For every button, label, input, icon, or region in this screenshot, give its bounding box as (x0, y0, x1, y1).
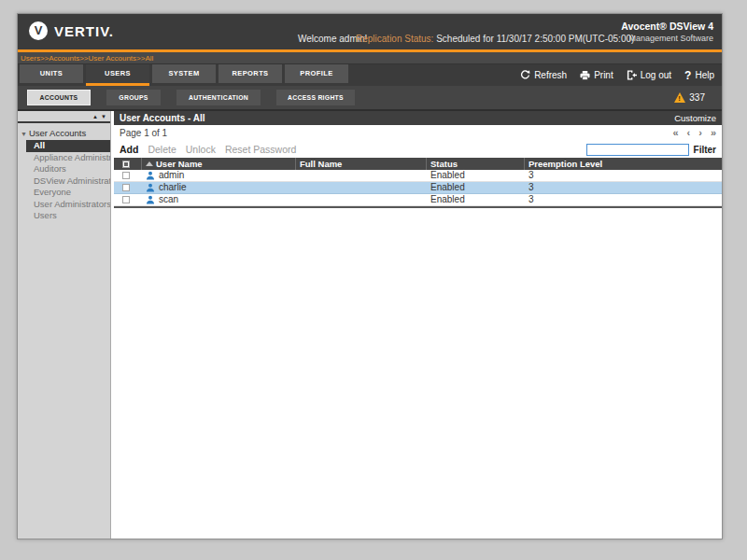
page-title: User Accounts - All (120, 113, 205, 123)
row-checkbox[interactable] (122, 184, 130, 191)
column-status[interactable]: Status (427, 158, 525, 170)
filter-button[interactable]: Filter (694, 145, 716, 155)
last-page-icon[interactable]: » (711, 128, 716, 138)
first-page-icon[interactable]: « (672, 128, 678, 138)
next-page-icon[interactable]: › (698, 128, 702, 138)
status-cell: Enabled (427, 170, 525, 181)
refresh-button[interactable]: Refresh (520, 70, 567, 80)
sidebar-item-auditors[interactable]: Auditors (18, 163, 110, 175)
pager: « ‹ › » (672, 128, 716, 138)
product-identity: Avocent® DSView 4 Management Software (621, 21, 713, 43)
pagination-row: Page 1 of 1 « ‹ › » (114, 125, 722, 141)
product-subtitle: Management Software (621, 34, 713, 43)
customize-link[interactable]: Customize (674, 113, 716, 123)
subtab-authentication[interactable]: AUTHENTICATION (176, 90, 261, 105)
header-action-bar: Refresh Print Log out ? Help (520, 64, 714, 86)
tab-reports[interactable]: REPORTS (218, 64, 282, 83)
column-user-name[interactable]: User Name (142, 158, 296, 170)
warning-icon (674, 92, 685, 103)
vertiv-logo-icon: V (29, 21, 48, 40)
tab-users[interactable]: USERS (86, 64, 149, 86)
tab-units[interactable]: UNITS (20, 64, 83, 83)
prev-page-icon[interactable]: ‹ (687, 128, 691, 138)
product-name: Avocent® DSView 4 (621, 21, 713, 32)
tab-profile[interactable]: PROFILE (285, 64, 348, 83)
full-name-cell (296, 170, 427, 181)
user-name-link[interactable]: scan (159, 194, 178, 205)
user-icon (146, 195, 155, 204)
user-name-link[interactable]: admin (159, 170, 184, 181)
refresh-icon (520, 70, 530, 80)
breadcrumb[interactable]: Users>>Accounts>>User Accounts>>All (18, 52, 722, 64)
app-window: V VERTIV. Welcome admin! Replication Sta… (17, 13, 723, 539)
sub-tab-bar: ACCOUNTS GROUPS AUTHENTICATION ACCESS RI… (18, 86, 722, 111)
column-full-name[interactable]: Full Name (296, 158, 427, 170)
scroll-down-icon[interactable]: ▼ (101, 114, 106, 119)
row-checkbox[interactable] (122, 196, 130, 203)
tree-root-user-accounts[interactable]: ▼User Accounts (18, 127, 110, 140)
user-icon (146, 171, 155, 180)
table-row-admin[interactable]: admin Enabled 3 (114, 170, 722, 182)
filter-input[interactable] (586, 144, 689, 156)
user-name-link[interactable]: charlie (159, 182, 186, 193)
replication-status-label: Replication Status: (356, 34, 433, 44)
collapse-icon[interactable]: ▼ (21, 131, 27, 137)
page-info: Page 1 of 1 (120, 128, 167, 138)
logout-icon (627, 70, 637, 80)
logout-button[interactable]: Log out (627, 70, 671, 80)
status-cell: Enabled (427, 182, 525, 193)
subtab-groups[interactable]: GROUPS (106, 90, 161, 105)
print-icon (580, 71, 590, 80)
subtab-accounts[interactable]: ACCOUNTS (27, 90, 91, 105)
print-button[interactable]: Print (580, 70, 613, 80)
content-area: ▲ ▼ ▼User Accounts All Appliance Adminis… (18, 111, 722, 539)
header-checkbox-cell (114, 158, 142, 170)
full-name-cell (296, 182, 427, 193)
replication-status: Replication Status: Scheduled for 11/30/… (356, 34, 634, 44)
brand-name: VERTIV. (54, 23, 114, 39)
sidebar-item-everyone[interactable]: Everyone (18, 187, 110, 199)
sort-ascending-icon (146, 161, 153, 166)
user-icon (146, 183, 155, 192)
preemption-cell: 3 (525, 182, 722, 193)
main-panel: User Accounts - All Customize Page 1 of … (114, 111, 722, 539)
help-button[interactable]: ? Help (684, 69, 714, 82)
sidebar-item-appliance-administrators[interactable]: Appliance Administrators (18, 152, 110, 164)
replication-status-value: Scheduled for 11/30/17 2:50:00 PM(UTC-05… (436, 34, 634, 44)
table-row-charlie[interactable]: charlie Enabled 3 (114, 182, 722, 194)
add-button[interactable]: Add (120, 144, 138, 155)
status-cell: Enabled (427, 194, 525, 205)
panel-empty-space (114, 208, 722, 539)
sidebar-item-dsview-administrators[interactable]: DSView Administrators (18, 175, 110, 188)
desktop-background: V VERTIV. Welcome admin! Replication Sta… (0, 0, 747, 560)
sidebar-item-users[interactable]: Users (18, 210, 110, 222)
preemption-cell: 3 (525, 194, 722, 205)
vertiv-brand: V VERTIV. (29, 21, 114, 40)
app-header: V VERTIV. Welcome admin! Replication Sta… (18, 14, 722, 49)
scroll-up-icon[interactable]: ▲ (92, 114, 98, 119)
help-icon: ? (684, 69, 691, 82)
table-row-scan[interactable]: scan Enabled 3 (114, 194, 722, 206)
table-toolbar: Add Delete Unlock Reset Password Filter (114, 141, 722, 158)
table-header: User Name Full Name Status Preemption Le… (114, 158, 722, 170)
sidebar-item-all[interactable]: All (26, 140, 110, 152)
delete-button[interactable]: Delete (148, 144, 176, 155)
subtab-access-rights[interactable]: ACCESS RIGHTS (276, 90, 355, 105)
accounts-tree: ▼User Accounts All Appliance Administrat… (18, 123, 110, 222)
alert-count: 337 (689, 92, 705, 103)
select-all-checkbox[interactable] (122, 161, 130, 168)
sidebar-item-user-administrators[interactable]: User Administrators (18, 199, 110, 211)
main-tab-bar: UNITS USERS SYSTEM REPORTS PROFILE Refre… (18, 64, 722, 86)
column-preemption-level[interactable]: Preemption Level (525, 158, 722, 170)
panel-title-bar: User Accounts - All Customize (114, 111, 722, 125)
alert-badge[interactable]: 337 (674, 92, 705, 103)
tab-system[interactable]: SYSTEM (152, 64, 216, 83)
full-name-cell (296, 194, 427, 205)
filter-group: Filter (586, 144, 716, 156)
unlock-button[interactable]: Unlock (186, 144, 216, 155)
reset-password-button[interactable]: Reset Password (225, 144, 296, 155)
sidebar: ▲ ▼ ▼User Accounts All Appliance Adminis… (18, 111, 111, 539)
preemption-cell: 3 (525, 170, 722, 181)
sidebar-scroll-controls: ▲ ▼ (18, 111, 110, 123)
row-checkbox[interactable] (122, 172, 130, 179)
